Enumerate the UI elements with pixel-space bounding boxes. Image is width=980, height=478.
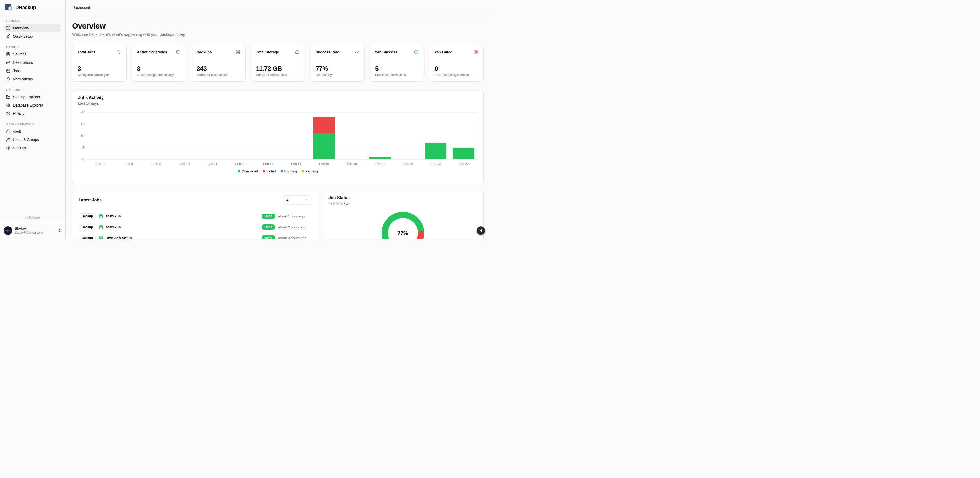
sidebar-item-jobs[interactable]: Jobs [4, 67, 61, 75]
bar-chart: 05101520 [78, 112, 477, 159]
bar-slot-feb-7 [87, 112, 115, 159]
job-status-subtitle: Last 30 days [328, 202, 477, 206]
x-tick-label: Feb 15 [310, 162, 338, 166]
legend-swatch [238, 170, 240, 172]
bar-slot-feb-12 [226, 112, 255, 159]
stat-title: Backups [197, 50, 212, 54]
sidebar-item-label: Notifications [13, 77, 33, 81]
stacked-bar [202, 112, 223, 159]
stat-title: Active Schedules [137, 50, 167, 54]
stat-caption: Across all destinations [256, 73, 300, 77]
sidebar-item-label: Vault [13, 129, 21, 133]
stat-card-total-jobs: Total Jobs 3 Configured backup jobs [72, 45, 127, 82]
jobs-filter-select[interactable]: All [283, 195, 311, 205]
stat-title: Success Rate [315, 50, 339, 54]
bell-icon [6, 77, 10, 81]
stat-title: 24h Success [375, 50, 397, 54]
user-menu[interactable]: Skyfay Skyfay skyfay@skymail.one [0, 223, 65, 239]
lock-icon [6, 129, 10, 133]
legend-swatch [262, 170, 265, 172]
stat-caption: Jobs running automatically [137, 73, 181, 77]
search-code-icon [6, 103, 10, 107]
chevron-down-icon [304, 198, 308, 202]
stacked-bar [258, 112, 279, 159]
legend-swatch [302, 170, 304, 172]
stat-card-24h-success: 24h Success 5 Successful executions [370, 45, 424, 82]
job-row[interactable]: Backup test1234 Done about 1 hour ago [78, 211, 311, 222]
legend-label: Running [285, 169, 297, 173]
stacked-bar [90, 112, 112, 159]
stat-caption: Configured backup jobs [78, 73, 121, 77]
bar-segment-completed [369, 157, 391, 159]
nav-section-backup: BACKUPSourcesDestinationsJobsNotificatio… [4, 46, 61, 83]
bar-segment-completed [313, 133, 335, 159]
bar-slot-feb-18 [394, 112, 422, 159]
jobs-filter-value: All [286, 198, 290, 202]
bar-slot-feb-17 [366, 112, 394, 159]
sidebar-item-label: Storage Explorer [13, 95, 40, 99]
database-icon [99, 236, 103, 239]
app-version: v0.9.8-beta [0, 213, 65, 223]
bottom-row: Latest Jobs All Backup test1234 Done abo… [72, 190, 484, 239]
job-row[interactable]: Backup test1234 Done about 2 hours ago [78, 222, 311, 232]
job-row[interactable]: Backup Test Job Setup Done about 3 hours… [78, 232, 311, 239]
sidebar-item-quick-setup[interactable]: Quick Setup [4, 33, 61, 40]
x-tick-label: Feb 11 [199, 162, 227, 166]
sidebar-item-label: Sources [13, 52, 26, 56]
nav-section-general: GENERALOverviewQuick Setup [4, 19, 61, 40]
sidebar-item-vault[interactable]: Vault [4, 128, 61, 135]
sidebar-item-notifications[interactable]: Notifications [4, 75, 61, 83]
nav-section-explorer: EXPLORERStorage ExplorerDatabase Explore… [4, 88, 61, 117]
legend-label: Failed [267, 169, 275, 173]
legend-label: Completed [242, 169, 258, 173]
bar-slot-feb-13 [255, 112, 282, 159]
bar-slot-feb-20 [450, 112, 477, 159]
stat-value: 11.72 GB [256, 65, 300, 72]
stat-card-success-rate: Success Rate 77% Last 30 days [310, 45, 364, 82]
dbackup-logo-icon [5, 3, 13, 12]
stat-card-total-storage: Total Storage 11.72 GB Across all destin… [251, 45, 305, 82]
x-tick-label: Feb 9 [143, 162, 170, 166]
activity-icon [117, 50, 121, 54]
database-icon [99, 225, 103, 229]
app-logo[interactable]: DBackup [0, 0, 65, 15]
x-tick-label: Feb 20 [450, 162, 477, 166]
stat-value: 343 [197, 65, 240, 72]
sidebar-item-history[interactable]: History [4, 110, 61, 117]
sidebar-item-destinations[interactable]: Destinations [4, 59, 61, 66]
stacked-bar [229, 112, 251, 159]
sidebar-item-label: Jobs [13, 69, 21, 73]
hard-drive-icon [295, 50, 299, 54]
stacked-bar [118, 112, 140, 159]
bar-slot-feb-14 [282, 112, 310, 159]
nav-section-label: BACKUP [4, 46, 61, 49]
stacked-bar [397, 112, 419, 159]
circle-check-icon [414, 50, 418, 54]
sidebar-item-sources[interactable]: Sources [4, 51, 61, 58]
bar-slot-feb-19 [422, 112, 450, 159]
sidebar-item-label: Users & Groups [13, 138, 39, 142]
sidebar-item-overview[interactable]: Overview [4, 24, 61, 32]
chart-title: Jobs Activity [78, 95, 477, 100]
job-name: test1234 [106, 214, 121, 218]
database-icon [235, 50, 240, 54]
bar-slot-feb-15 [310, 112, 338, 159]
job-status-pill: Done [262, 235, 275, 239]
job-time: about 3 hours ago [278, 236, 311, 239]
sidebar-nav: GENERALOverviewQuick SetupBACKUPSourcesD… [0, 15, 65, 213]
legend-item-pending: Pending [302, 169, 318, 173]
job-status-donut: 77% [382, 212, 424, 239]
sidebar-item-database-explorer[interactable]: Database Explorer [4, 102, 61, 109]
chart-subtitle: Last 14 days [78, 102, 477, 105]
dev-tools-button[interactable]: N [477, 226, 485, 235]
rocket-icon [6, 34, 10, 38]
sidebar-item-users-groups[interactable]: Users & Groups [4, 136, 61, 143]
y-tick-label: 5 [83, 146, 84, 149]
sidebar-item-storage-explorer[interactable]: Storage Explorer [4, 93, 61, 100]
x-tick-label: Feb 13 [255, 162, 282, 166]
stacked-bar [313, 112, 335, 159]
stat-value: 77% [315, 65, 359, 72]
sidebar-item-label: Destinations [13, 60, 33, 65]
legend-item-failed: Failed [262, 169, 275, 173]
sidebar-item-settings[interactable]: Settings [4, 145, 61, 152]
